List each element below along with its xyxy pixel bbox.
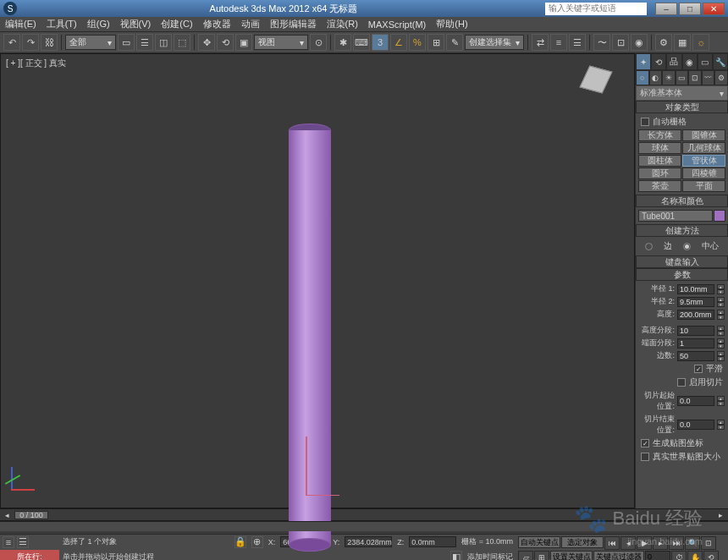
sub-lights[interactable]: ☀ — [662, 70, 676, 85]
current-frame[interactable]: 0 — [645, 551, 670, 560]
nav-zoom-icon[interactable]: 🔍 — [685, 536, 700, 550]
sub-shapes[interactable]: ◐ — [649, 70, 663, 85]
pivot-icon[interactable]: ⊙ — [310, 34, 327, 51]
radius2-input[interactable]: 9.5mm — [677, 297, 714, 307]
menu-create[interactable]: 创建(C) — [161, 18, 192, 30]
close-button[interactable]: ✕ — [703, 3, 725, 15]
tab-modify[interactable]: ⟲ — [651, 53, 666, 70]
manipulate-icon[interactable]: ✱ — [334, 34, 351, 51]
snap-toggle-icon[interactable]: 3 — [372, 34, 389, 51]
slice-to-input[interactable]: 0.0 — [677, 420, 714, 430]
radio-edge[interactable] — [645, 243, 653, 250]
nav-orbit-icon[interactable]: ⟲ — [703, 551, 719, 560]
nav-pan-icon[interactable]: ✋ — [687, 551, 703, 560]
rotate-icon[interactable]: ⟲ — [217, 34, 234, 51]
nav-zoomall-icon[interactable]: ⊡ — [701, 536, 716, 550]
minimize-button[interactable]: – — [655, 3, 677, 15]
abs-rel-icon[interactable]: ⊕ — [251, 536, 263, 548]
autokey-button[interactable]: 自动关键点 — [518, 536, 560, 548]
named-sel-dropdown[interactable]: 创建选择集▾ — [465, 35, 524, 50]
add-time-tag[interactable]: 添加时间标记 — [467, 552, 513, 560]
window-crossing-icon[interactable]: ⬚ — [174, 34, 190, 51]
trackbar[interactable] — [0, 520, 728, 534]
redo-icon[interactable]: ↷ — [22, 34, 39, 51]
keyfilter-button[interactable]: 关键点过滤器 — [593, 551, 644, 560]
mirror-icon[interactable]: ⇄ — [532, 34, 549, 51]
btn-box[interactable]: 长方体 — [638, 129, 681, 141]
menu-tools[interactable]: 工具(T) — [47, 18, 77, 30]
rollout-keyboard-entry[interactable]: 键盘输入 — [636, 255, 728, 268]
sub-geometry[interactable]: ○ — [636, 70, 649, 85]
rollout-creation-method[interactable]: 创建方法 — [636, 224, 728, 237]
move-icon[interactable]: ✥ — [198, 34, 215, 51]
time-tag-icon[interactable]: ◧ — [450, 551, 462, 560]
time-slider[interactable]: ◂ 0 / 100 ▸ — [0, 508, 728, 520]
tab-utilities[interactable]: 🔧 — [713, 53, 728, 70]
script-mini-icon[interactable]: ≡ — [3, 536, 14, 548]
undo-icon[interactable]: ↶ — [3, 34, 20, 51]
search-input[interactable]: 输入关键字或短语 — [545, 3, 647, 15]
tab-motion[interactable]: ◉ — [682, 53, 698, 70]
viewcube[interactable] — [575, 63, 617, 96]
menu-rendering[interactable]: 渲染(R) — [327, 18, 358, 30]
height-input[interactable]: 200.0mm — [677, 310, 714, 320]
slice-from-input[interactable]: 0.0 — [677, 396, 714, 406]
rollout-parameters[interactable]: 参数 — [636, 268, 728, 281]
slice-on-checkbox[interactable] — [677, 378, 686, 387]
menu-maxscript[interactable]: MAXScript(M) — [368, 19, 426, 30]
height-spinner[interactable]: ▴▾ — [717, 310, 725, 320]
cap-segs-input[interactable]: 1 — [677, 338, 714, 349]
tab-create[interactable]: ✦ — [636, 53, 651, 70]
btn-cylinder[interactable]: 圆柱体 — [638, 155, 681, 167]
tube-object[interactable] — [289, 124, 331, 551]
sub-cameras[interactable]: ▭ — [676, 70, 689, 85]
btn-cone[interactable]: 圆锥体 — [682, 129, 725, 141]
menu-view[interactable]: 视图(V) — [120, 18, 152, 30]
time-config-icon[interactable]: ⏱ — [671, 551, 687, 560]
btn-tube[interactable]: 管状体 — [682, 155, 725, 167]
sub-systems[interactable]: ⚙ — [714, 70, 728, 85]
nav-fov-icon[interactable]: ▱ — [518, 551, 533, 560]
layers-icon[interactable]: ☰ — [569, 34, 586, 51]
curve-editor-icon[interactable]: 〜 — [593, 34, 610, 51]
radius2-spinner[interactable]: ▴▾ — [717, 297, 725, 307]
autogrid-checkbox[interactable] — [641, 118, 649, 126]
time-slider-handle[interactable]: 0 / 100 — [14, 511, 48, 519]
render-frame-icon[interactable]: ▦ — [674, 34, 691, 51]
select-name-icon[interactable]: ☰ — [136, 34, 153, 51]
real-uv-checkbox[interactable] — [641, 453, 649, 461]
slice-to-spinner[interactable]: ▴▾ — [717, 420, 725, 430]
listener-icon[interactable]: ☰ — [17, 536, 29, 548]
category-dropdown[interactable]: 标准基本体▾ — [637, 86, 727, 100]
smooth-checkbox[interactable] — [694, 365, 703, 373]
btn-pyramid[interactable]: 四棱锥 — [682, 167, 725, 179]
sides-spinner[interactable]: ▴▾ — [717, 351, 725, 361]
nav-zoomext-icon[interactable]: ⊞ — [534, 551, 549, 560]
radio-center[interactable] — [683, 243, 691, 250]
menu-grapheditors[interactable]: 图形编辑器 — [270, 18, 317, 30]
lock-icon[interactable]: 🔒 — [234, 536, 246, 548]
prev-frame-icon[interactable]: ◂ — [620, 536, 636, 550]
selected-button[interactable]: 选定对象 — [561, 536, 604, 548]
btn-torus[interactable]: 圆环 — [638, 167, 681, 179]
object-name-input[interactable]: Tube001 — [638, 210, 713, 222]
tab-display[interactable]: ▭ — [698, 53, 713, 70]
btn-sphere[interactable]: 球体 — [638, 142, 681, 154]
goto-start-icon[interactable]: ⏮ — [604, 536, 620, 550]
rollout-name-color[interactable]: 名称和颜色 — [636, 195, 728, 207]
angle-snap-icon[interactable]: ∠ — [390, 34, 407, 51]
menu-group[interactable]: 组(G) — [87, 18, 110, 30]
btn-teapot[interactable]: 茶壶 — [638, 180, 681, 192]
percent-snap-icon[interactable]: % — [409, 34, 426, 51]
refcoord-dropdown[interactable]: 视图▾ — [254, 35, 308, 50]
maximize-button[interactable]: □ — [679, 3, 701, 15]
sub-spacewarps[interactable]: 〰 — [702, 70, 715, 85]
spinner-snap-icon[interactable]: ⊞ — [427, 34, 444, 51]
goto-end-icon[interactable]: ⏭ — [669, 536, 684, 550]
menu-modifiers[interactable]: 修改器 — [203, 18, 231, 30]
sides-input[interactable]: 50 — [677, 351, 714, 361]
material-editor-icon[interactable]: ◉ — [631, 34, 648, 51]
radius1-spinner[interactable]: ▴▾ — [717, 284, 725, 294]
play-icon[interactable]: ▶ — [637, 536, 652, 550]
link-icon[interactable]: ⛓ — [41, 34, 58, 51]
